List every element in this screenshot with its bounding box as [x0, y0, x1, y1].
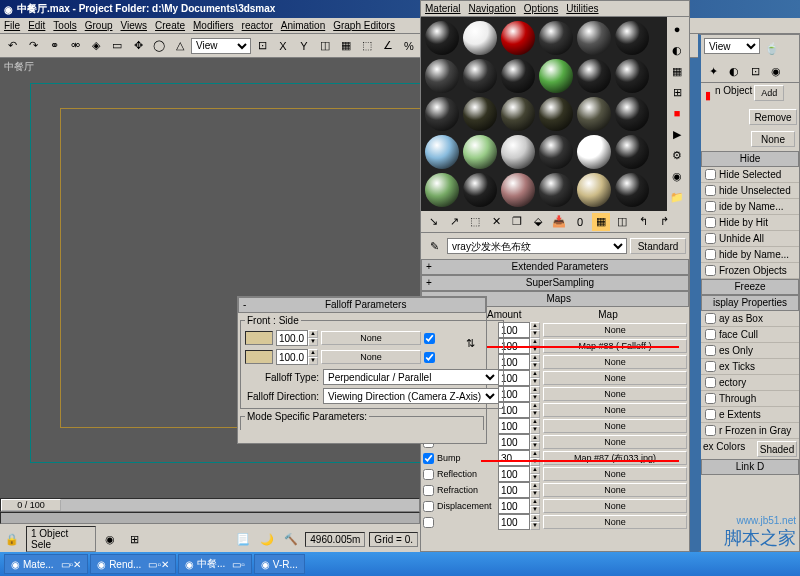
redo-icon[interactable]: ↷ [23, 36, 43, 56]
display-option-check[interactable] [705, 393, 716, 404]
display-option-check[interactable] [705, 185, 716, 196]
refcoord2-dropdown[interactable]: View [704, 38, 760, 54]
make-unique-icon[interactable]: ⬙ [528, 212, 548, 232]
task-rend[interactable]: ◉Rend...▭▫✕ [90, 554, 176, 574]
hammer-icon[interactable]: 🔨 [281, 529, 301, 549]
background-icon[interactable]: ▦ [667, 61, 687, 81]
falloff-header[interactable]: -Falloff Parameters [238, 297, 486, 313]
restrict-x-icon[interactable]: X [273, 36, 293, 56]
material-sample[interactable] [463, 21, 497, 55]
time-slider[interactable]: 0 / 100 [1, 499, 61, 511]
menu-reactor[interactable]: reactor [242, 20, 273, 31]
sample-type-icon[interactable]: ● [667, 19, 687, 39]
matlib-icon[interactable]: 📁 [667, 187, 687, 207]
material-sample[interactable] [615, 135, 649, 169]
map-slot-button[interactable]: None [543, 435, 687, 449]
menu-options[interactable]: Options [524, 3, 558, 14]
map-enable-check[interactable] [423, 469, 434, 480]
script-icon[interactable]: 📃 [233, 529, 253, 549]
rollout-extended[interactable]: +Extended Parameters [421, 259, 689, 275]
select-by-mat-icon[interactable]: ◉ [667, 166, 687, 186]
add-button[interactable]: Add [754, 85, 784, 101]
teapot-icon[interactable]: 🍵 [762, 38, 782, 58]
menu-tools[interactable]: Tools [53, 20, 76, 31]
get-material-icon[interactable]: ↘ [423, 212, 443, 232]
map-slot-button[interactable]: None [543, 371, 687, 385]
unlink-icon[interactable]: ⚮ [65, 36, 85, 56]
motion-tab-icon[interactable]: ◉ [766, 62, 786, 82]
color-swatch-side[interactable] [245, 350, 273, 364]
pick-icon[interactable]: ✎ [424, 236, 444, 256]
menu-views[interactable]: Views [121, 20, 148, 31]
rollout-header[interactable]: Hide [701, 151, 799, 167]
map-enable-check[interactable] [423, 501, 434, 512]
scale-icon[interactable]: △ [170, 36, 190, 56]
front-map-button[interactable]: None [321, 331, 421, 345]
material-sample[interactable] [539, 97, 573, 131]
display-option-check[interactable] [705, 169, 716, 180]
front-enable-check[interactable] [424, 333, 435, 344]
menu-animation[interactable]: Animation [281, 20, 325, 31]
menu-file[interactable]: File [4, 20, 20, 31]
refcoord-dropdown[interactable]: View [191, 38, 251, 54]
material-sample[interactable] [501, 59, 535, 93]
map-slot-button[interactable]: None [543, 467, 687, 481]
color-swatch-front[interactable] [245, 331, 273, 345]
display-option-check[interactable] [705, 425, 716, 436]
red-flag-icon[interactable]: ▮ [703, 85, 713, 105]
material-type-button[interactable]: Standard [630, 238, 686, 254]
material-sample[interactable] [463, 59, 497, 93]
move-icon[interactable]: ✥ [128, 36, 148, 56]
show-map-icon[interactable]: ▦ [591, 212, 611, 232]
material-sample[interactable] [577, 59, 611, 93]
task-scene[interactable]: ◉中餐...▭▫ [178, 554, 252, 574]
align-icon[interactable]: ▦ [336, 36, 356, 56]
menu-material[interactable]: Material [425, 3, 461, 14]
map-slot-button[interactable]: None [543, 499, 687, 513]
remove-button[interactable]: Remove [749, 109, 797, 125]
reset-icon[interactable]: ✕ [486, 212, 506, 232]
menu-edit[interactable]: Edit [28, 20, 45, 31]
backlight-icon[interactable]: ◐ [667, 40, 687, 60]
sample-slots[interactable] [421, 17, 667, 211]
link-icon[interactable]: ⚭ [44, 36, 64, 56]
material-sample[interactable] [577, 97, 611, 131]
task-vray[interactable]: ◉V-R... [254, 554, 305, 574]
map-slot-button[interactable]: None [543, 387, 687, 401]
map-slot-button[interactable]: None [543, 323, 687, 337]
falloff-dir-dropdown[interactable]: Viewing Direction (Camera Z-Axis) [323, 388, 499, 404]
go-sibling-icon[interactable]: ↱ [654, 212, 674, 232]
assign-icon[interactable]: ⬚ [465, 212, 485, 232]
mat-menubar[interactable]: Material Navigation Options Utilities [421, 1, 689, 17]
material-sample[interactable] [425, 97, 459, 131]
map-amount[interactable] [498, 434, 530, 450]
restrict-y-icon[interactable]: Y [294, 36, 314, 56]
select-icon[interactable]: ▭ [107, 36, 127, 56]
display-option-check[interactable] [705, 377, 716, 388]
map-amount[interactable] [498, 450, 530, 466]
display-option-check[interactable] [705, 329, 716, 340]
menu-grapheditors[interactable]: Graph Editors [333, 20, 395, 31]
side-map-button[interactable]: None [321, 350, 421, 364]
rollout-header[interactable]: isplay Properties [701, 295, 799, 311]
timeline-ruler[interactable] [0, 512, 420, 524]
map-enable-check[interactable] [423, 485, 434, 496]
map-enable-check[interactable] [423, 517, 434, 528]
map-amount[interactable] [498, 482, 530, 498]
side-amount[interactable] [276, 349, 308, 365]
options-icon[interactable]: ⚙ [667, 145, 687, 165]
isolate-icon[interactable]: ◉ [100, 529, 120, 549]
preview-icon[interactable]: ▶ [667, 124, 687, 144]
menu-utilities[interactable]: Utilities [566, 3, 598, 14]
angle-snap-icon[interactable]: ∠ [378, 36, 398, 56]
material-sample[interactable] [615, 173, 649, 207]
rollout-header[interactable]: Freeze [701, 279, 799, 295]
center-icon[interactable]: ⊡ [252, 36, 272, 56]
display-option-check[interactable] [705, 249, 716, 260]
material-sample[interactable] [577, 135, 611, 169]
material-sample[interactable] [501, 97, 535, 131]
map-amount[interactable] [498, 418, 530, 434]
display-option-check[interactable] [705, 409, 716, 420]
keymode-icon[interactable]: ⊞ [124, 529, 144, 549]
material-sample[interactable] [577, 21, 611, 55]
